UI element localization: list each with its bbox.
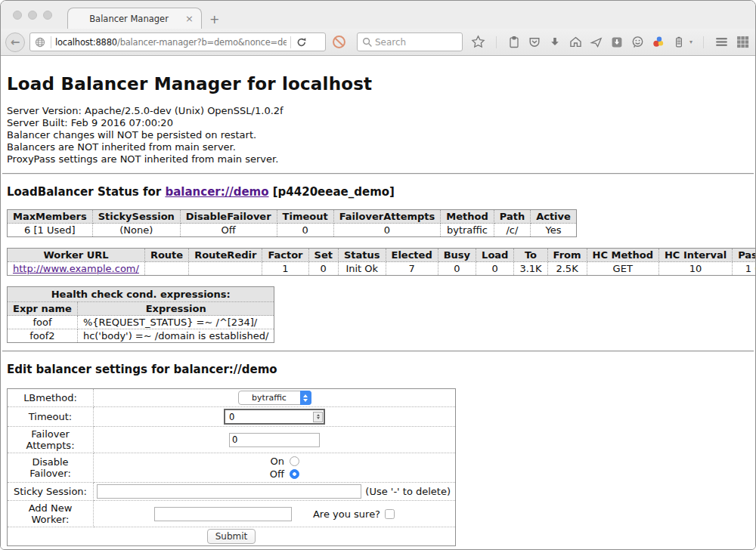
disable-failover-off-radio[interactable] — [290, 469, 299, 479]
elected-cell: 7 — [386, 262, 438, 276]
header-cell: RouteRedir — [189, 249, 262, 262]
failover-attempts-input[interactable] — [229, 433, 320, 447]
new-tab-button[interactable]: + — [209, 14, 219, 26]
are-you-sure-checkbox[interactable] — [385, 509, 395, 519]
address-bar[interactable]: localhost:8880/balancer-manager?b=demo&n… — [29, 32, 326, 51]
url-path: /balancer-manager?b=demo&nonce=decc37be-… — [117, 37, 287, 48]
worker-url-link[interactable]: http://www.example.com/ — [13, 263, 139, 274]
header-cell: Busy — [438, 249, 476, 262]
maximize-window-button[interactable] — [43, 11, 52, 20]
timeout-input[interactable] — [228, 411, 313, 423]
disable-failover-on-radio[interactable] — [290, 456, 299, 466]
header-cell: Set — [308, 249, 338, 262]
header-cell: Factor — [262, 249, 308, 262]
url-text[interactable]: localhost:8880/balancer-manager?b=demo&n… — [55, 37, 287, 48]
table-header-row: Expr name Expression — [8, 302, 274, 316]
tab-groups-icon[interactable] — [736, 35, 750, 49]
minimize-window-button[interactable] — [28, 11, 37, 20]
hc-method-cell: GET — [587, 262, 658, 276]
busy-cell: 0 — [438, 262, 476, 276]
lbmethod-selected-value: bytraffic — [239, 393, 300, 403]
tab-close-icon[interactable]: × — [184, 14, 195, 23]
active-cell: Yes — [531, 224, 577, 237]
submit-button[interactable]: Submit — [207, 529, 256, 544]
table-row: 6 [1 Used] (None) Off 0 0 bytraffic /c/ … — [8, 224, 577, 237]
sticky-session-note: (Use '-' to delete) — [365, 486, 452, 497]
form-row-sticky: Sticky Session: (Use '-' to delete) — [8, 483, 456, 501]
reload-icon[interactable] — [295, 36, 308, 49]
downloads-arrow-icon[interactable] — [548, 36, 562, 49]
maxmembers-cell: 6 [1 Used] — [8, 224, 93, 237]
divider — [2, 351, 754, 352]
add-worker-input[interactable] — [154, 507, 292, 521]
failoverattempts-cell: 0 — [333, 224, 441, 237]
download-panel-icon[interactable] — [610, 36, 624, 49]
expr-name-cell: foof2 — [8, 329, 78, 343]
site-identity-globe-icon[interactable] — [33, 36, 47, 49]
timeout-cell: 0 — [277, 224, 333, 237]
to-cell: 3.1K — [514, 262, 547, 276]
palette-dots-icon[interactable] — [652, 36, 665, 49]
battery-icon[interactable] — [672, 36, 686, 49]
status-heading-suffix: [p4420eeae_demo] — [269, 185, 395, 199]
spinner-icon[interactable] — [313, 412, 323, 422]
route-cell — [144, 262, 188, 276]
expression-cell: %{REQUEST_STATUS} =~ /^[234]/ — [77, 316, 274, 329]
menu-hamburger-icon[interactable] — [714, 35, 729, 49]
form-row-failover: Failover Attempts: — [8, 427, 456, 453]
method-cell: bytraffic — [441, 224, 494, 237]
header-cell: Elected — [386, 249, 438, 262]
search-input[interactable] — [373, 36, 449, 48]
worker-row: http://www.example.com/ 1 0 Init Ok 7 0 … — [8, 262, 756, 276]
header-cell: Status — [338, 249, 386, 262]
header-cell: MaxMembers — [8, 210, 93, 224]
content-blocked-icon[interactable] — [331, 34, 347, 50]
home-icon[interactable] — [569, 35, 583, 49]
form-row-lbmethod: LBmethod: bytraffic — [8, 389, 456, 407]
send-plane-icon[interactable] — [590, 36, 603, 49]
sticky-session-input[interactable] — [97, 484, 361, 499]
back-button[interactable]: ← — [5, 32, 25, 52]
bookmark-star-icon[interactable] — [471, 35, 485, 49]
chevron-down-icon[interactable]: ▾ — [689, 39, 692, 45]
proxypass-note-line: ProxyPass settings are NOT inherited fro… — [7, 153, 749, 165]
loadbalancer-status-heading: LoadBalancer Status for balancer://demo … — [7, 185, 749, 199]
navigation-toolbar: ← localhost:8880/balancer-manager?b=demo… — [1, 29, 755, 56]
page-title: Load Balancer Manager for localhost — [7, 74, 749, 94]
reader-clipboard-icon[interactable] — [507, 36, 521, 49]
header-cell: Path — [494, 210, 530, 224]
search-bar[interactable] — [357, 32, 463, 51]
on-radio-label: On — [249, 456, 284, 467]
lbmethod-select[interactable]: bytraffic — [238, 391, 311, 405]
header-cell: DisableFailover — [180, 210, 277, 224]
expression-cell: hc('body') =~ /domain is established/ — [77, 329, 274, 343]
table-row: foof %{REQUEST_STATUS} =~ /^[234]/ — [8, 316, 274, 329]
failover-attempts-label: Failover Attempts: — [8, 427, 94, 453]
page-content: Load Balancer Manager for localhost Serv… — [1, 56, 755, 549]
feedback-smiley-icon[interactable] — [631, 35, 645, 49]
header-cell: Timeout — [277, 210, 333, 224]
close-window-button[interactable] — [13, 11, 22, 20]
toolbar-divider — [496, 36, 497, 48]
balancer-demo-link[interactable]: balancer://demo — [165, 185, 268, 199]
add-worker-label: Add New Worker: — [8, 501, 94, 527]
timeout-number-field[interactable] — [224, 409, 325, 425]
table-header-row: MaxMembers StickySession DisableFailover… — [8, 210, 577, 224]
browser-window: Balancer Manager × + ← localhost:8880/ba… — [0, 0, 756, 550]
form-row-timeout: Timeout: — [8, 407, 456, 427]
form-row-add-worker: Add New Worker: Are you sure? — [8, 501, 456, 527]
form-row-submit: Submit — [8, 527, 456, 546]
balancer-status-table: MaxMembers StickySession DisableFailover… — [7, 209, 577, 237]
browser-tab[interactable]: Balancer Manager × — [67, 8, 202, 29]
header-cell: HC Interval — [658, 249, 732, 262]
header-cell: Load — [476, 249, 514, 262]
header-cell: Method — [441, 210, 494, 224]
header-cell: Expression — [77, 302, 274, 316]
disablefailover-cell: Off — [180, 224, 277, 237]
factor-cell: 1 — [262, 262, 308, 276]
health-check-table: Health check cond. expressions: Expr nam… — [7, 286, 274, 343]
toolbar-icons: ▾ — [471, 35, 750, 49]
worker-url-cell: http://www.example.com/ — [8, 262, 145, 276]
pocket-icon[interactable] — [528, 36, 541, 49]
status-heading-prefix: LoadBalancer Status for — [7, 185, 165, 199]
